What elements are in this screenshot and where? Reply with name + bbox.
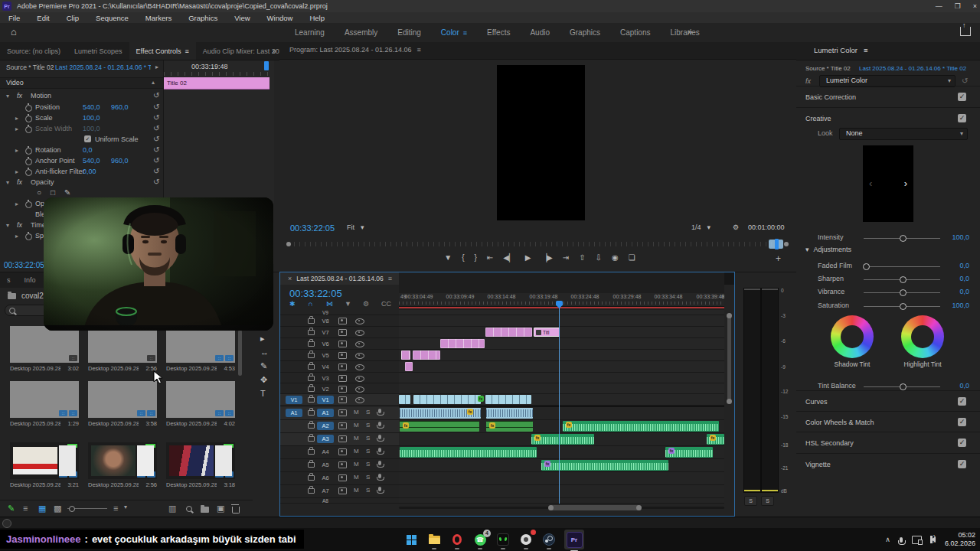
track-lock-icon[interactable] <box>308 410 315 416</box>
track-lock-icon[interactable] <box>308 488 315 494</box>
track-output-icon[interactable] <box>355 341 364 347</box>
scrubber-playhead[interactable] <box>775 239 779 249</box>
section-checkbox[interactable]: ✓ <box>958 114 966 122</box>
workspace-tab-assembly[interactable]: Assembly <box>335 28 387 37</box>
track-name-v1[interactable]: V1 <box>317 396 334 404</box>
file-explorer-icon[interactable] <box>426 532 442 547</box>
expand-icon[interactable]: ▸ <box>15 233 18 240</box>
track-output-icon[interactable] <box>355 353 364 359</box>
freeform-view-icon[interactable]: ▩ <box>54 504 61 514</box>
param-value[interactable]: 100,0 <box>83 114 100 122</box>
param-value[interactable]: 540,0 <box>83 157 100 165</box>
slider-value[interactable]: 0,0 <box>959 275 969 282</box>
microphone-tray-icon[interactable] <box>900 537 903 543</box>
source-patch-a1[interactable]: A1 <box>286 409 302 417</box>
panel-menu-icon[interactable]: ≡ <box>417 46 421 54</box>
track-sync-icon[interactable] <box>338 352 347 359</box>
stopwatch-icon[interactable] <box>25 158 32 165</box>
workspace-tab-effects[interactable]: Effects <box>477 28 520 37</box>
reset-icon[interactable]: ↺ <box>153 113 159 122</box>
track-solo-button[interactable]: S <box>366 487 370 494</box>
close-button[interactable]: × <box>973 2 977 10</box>
param-value[interactable]: 540,0 <box>83 103 100 111</box>
track-header-v8[interactable]: V8 <box>280 315 399 327</box>
track-record-icon[interactable] <box>378 422 381 426</box>
panel-overflow-icon[interactable]: » <box>272 47 276 55</box>
track-output-icon[interactable] <box>355 386 364 393</box>
panel-tab-source-no-clips[interactable]: Source: (no clips) <box>0 42 67 60</box>
uniform-scale-checkbox[interactable]: ✓ <box>84 135 91 142</box>
mark-in-button[interactable]: { <box>462 253 464 262</box>
stopwatch-icon[interactable] <box>25 148 32 155</box>
new-bin-icon[interactable] <box>201 507 209 513</box>
item-name[interactable]: Desktop 2025.09.28 - 11... <box>166 481 217 488</box>
track-output-icon[interactable] <box>355 364 364 370</box>
track-mute-button[interactable]: M <box>354 474 359 481</box>
track-solo-button[interactable]: S <box>366 409 370 416</box>
track-sync-icon[interactable] <box>338 396 347 403</box>
panel-menu-icon[interactable]: ≡ <box>864 46 868 54</box>
project-item-thumbnail[interactable]: ∷ <box>10 326 79 363</box>
expand-icon[interactable]: ▸ <box>15 115 18 122</box>
timeline-clip-a2[interactable]: fx <box>486 421 533 432</box>
track-header-v6[interactable]: V6 <box>280 338 399 350</box>
project-item-thumbnail[interactable]: ∷∷ <box>88 381 157 418</box>
opacity-pen-mask-icon[interactable]: ✎ <box>64 188 70 197</box>
section-checkbox[interactable]: ✓ <box>958 460 966 468</box>
track-record-icon[interactable] <box>378 487 381 491</box>
item-name[interactable]: Desktop 2025.09.28 - 11... <box>10 481 60 488</box>
track-lock-icon[interactable] <box>308 341 315 347</box>
track-lock-icon[interactable] <box>308 462 315 468</box>
ec-video-section-header[interactable]: Video ▴ <box>0 77 163 89</box>
program-monitor-title[interactable]: Program: Last 2025.08.24 - 01.26.14.06 <box>289 46 412 54</box>
timeline-clip-v1[interactable] <box>485 395 531 404</box>
timeline-clip-v7[interactable]: Titl <box>534 328 560 337</box>
menu-sequence[interactable]: Sequence <box>87 14 137 22</box>
expand-icon[interactable]: ▸ <box>15 201 18 207</box>
export-frame-button[interactable]: ◉ <box>612 253 619 262</box>
track-mute-button[interactable]: M <box>354 448 359 455</box>
timeline-vertical-scrollbar[interactable] <box>727 315 731 403</box>
track-lock-icon[interactable] <box>308 318 315 324</box>
track-sync-icon[interactable] <box>338 386 347 393</box>
timeline-clip-a2[interactable]: fx <box>400 421 479 432</box>
track-name-v3[interactable]: V3 <box>317 374 334 383</box>
collapse-icon[interactable]: ▾ <box>6 179 9 186</box>
find-icon[interactable] <box>186 506 192 512</box>
chevron-down-icon[interactable]: ▾ <box>805 246 809 253</box>
menu-clip[interactable]: Clip <box>58 14 87 22</box>
menu-file[interactable]: File <box>0 14 28 22</box>
track-sync-icon[interactable] <box>338 329 347 336</box>
quick-export-icon[interactable] <box>960 27 971 36</box>
lumetri-section-vignette[interactable]: Vignette✓ <box>796 453 980 474</box>
lumetri-section-hsl-secondary[interactable]: HSL Secondary✓ <box>796 432 980 453</box>
lift-button[interactable]: ⇧ <box>579 253 585 262</box>
track-header-v1[interactable]: V1V1 <box>280 394 399 406</box>
hidden-icons-chevron[interactable]: ∧ <box>885 536 890 543</box>
track-mute-button[interactable]: M <box>354 461 359 468</box>
track-record-icon[interactable] <box>378 474 381 478</box>
section-checkbox[interactable]: ✓ <box>958 439 966 447</box>
lumetri-section-color-wheels-match[interactable]: Color Wheels & Match✓ <box>796 411 980 432</box>
expand-icon[interactable]: ▸ <box>15 147 18 154</box>
track-header-a3[interactable]: A3MS <box>280 433 399 446</box>
timeline-clip-a3[interactable]: fx <box>531 434 594 445</box>
track-sync-icon[interactable] <box>338 435 347 442</box>
panel-menu-icon[interactable]: ≡ <box>185 47 188 55</box>
track-solo-button[interactable]: S <box>366 461 370 468</box>
slider-value[interactable]: 100,0 <box>952 233 969 241</box>
menu-graphics[interactable]: Graphics <box>180 14 226 22</box>
ec-expand-icon[interactable]: ▸ <box>155 64 158 70</box>
section-checkbox[interactable]: ✓ <box>958 418 966 426</box>
project-item-thumbnail[interactable]: ∷∷ <box>166 381 235 418</box>
track-output-icon[interactable] <box>355 397 364 403</box>
timeline-clip-a4[interactable] <box>400 447 537 458</box>
track-name-v2[interactable]: V2 <box>317 385 334 393</box>
slider-handle[interactable] <box>863 263 870 270</box>
track-header-v4[interactable]: V4 <box>280 361 399 373</box>
param-value[interactable]: 0,0 <box>83 146 93 154</box>
track-lock-icon[interactable] <box>308 364 315 370</box>
track-sync-icon[interactable] <box>338 487 347 494</box>
reset-icon[interactable]: ↺ <box>153 91 159 99</box>
menu-window[interactable]: Window <box>259 14 302 22</box>
